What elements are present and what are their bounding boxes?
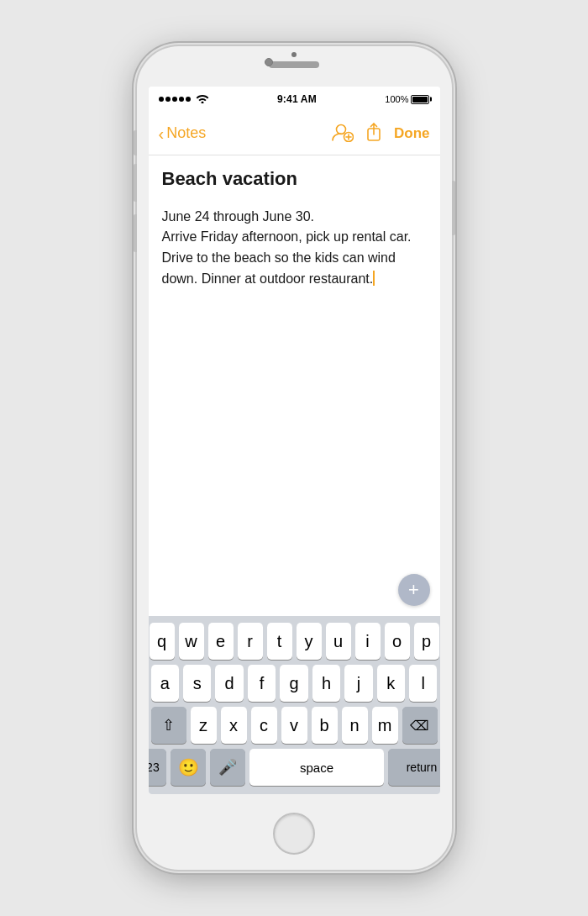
note-content-area[interactable]: Beach vacation June 24 through June 30. … xyxy=(149,155,440,616)
back-label: Notes xyxy=(166,124,206,142)
key-v[interactable]: v xyxy=(281,707,307,744)
key-f[interactable]: f xyxy=(248,665,276,702)
home-button[interactable] xyxy=(273,813,315,855)
keyboard-row-1: q w e r t y u i o p xyxy=(151,623,438,660)
nav-actions: Done xyxy=(330,122,430,145)
emoji-key[interactable]: 🙂 xyxy=(171,749,206,786)
numbers-key[interactable]: 123 xyxy=(149,749,167,786)
key-d[interactable]: d xyxy=(215,665,243,702)
navigation-bar: ‹ Notes xyxy=(149,112,440,155)
keyboard-row-4: 123 🙂 🎤 space return xyxy=(151,749,438,786)
signal-dot-5 xyxy=(186,97,191,102)
share-icon[interactable] xyxy=(365,122,382,145)
space-key[interactable]: space xyxy=(249,749,384,786)
status-left xyxy=(159,93,209,105)
signal-dot-4 xyxy=(179,97,184,102)
key-g[interactable]: g xyxy=(280,665,307,702)
key-p[interactable]: p xyxy=(414,623,439,660)
keyboard: q w e r t y u i o p a s d f g h j k xyxy=(149,616,440,794)
key-j[interactable]: j xyxy=(344,665,372,702)
phone-screen: 9:41 AM 100% ‹ Notes xyxy=(149,87,440,794)
mic-key[interactable]: 🎤 xyxy=(210,749,245,786)
key-i[interactable]: i xyxy=(355,623,381,660)
plus-icon: + xyxy=(408,579,419,601)
key-x[interactable]: x xyxy=(221,707,247,744)
keyboard-row-2: a s d f g h j k l xyxy=(151,665,438,702)
back-button[interactable]: ‹ Notes xyxy=(159,124,207,142)
done-button[interactable]: Done xyxy=(394,125,430,142)
note-title: Beach vacation xyxy=(162,167,427,192)
key-q[interactable]: q xyxy=(150,623,175,660)
status-right: 100% xyxy=(385,94,429,104)
text-cursor xyxy=(373,271,375,286)
key-r[interactable]: r xyxy=(238,623,263,660)
key-l[interactable]: l xyxy=(409,665,437,702)
key-w[interactable]: w xyxy=(179,623,204,660)
key-b[interactable]: b xyxy=(312,707,338,744)
key-c[interactable]: c xyxy=(251,707,277,744)
key-e[interactable]: e xyxy=(208,623,234,660)
signal-strength xyxy=(159,97,191,102)
key-t[interactable]: t xyxy=(267,623,292,660)
power-button[interactable] xyxy=(452,181,455,235)
signal-dot-1 xyxy=(159,97,164,102)
keyboard-row-3: ⇧ z x c v b n m ⌫ xyxy=(151,707,438,744)
key-z[interactable]: z xyxy=(191,707,217,744)
svg-point-0 xyxy=(337,124,346,134)
phone-frame: 9:41 AM 100% ‹ Notes xyxy=(137,46,452,870)
front-camera xyxy=(265,58,273,66)
note-body: June 24 through June 30. Arrive Friday a… xyxy=(162,207,427,290)
battery-fill xyxy=(412,97,428,103)
chevron-left-icon: ‹ xyxy=(159,125,165,142)
shift-key[interactable]: ⇧ xyxy=(151,707,186,744)
delete-key[interactable]: ⌫ xyxy=(402,707,438,744)
add-contact-icon[interactable] xyxy=(330,122,354,145)
battery-percent: 100% xyxy=(385,94,408,104)
key-a[interactable]: a xyxy=(151,665,179,702)
key-k[interactable]: k xyxy=(377,665,405,702)
key-n[interactable]: n xyxy=(342,707,368,744)
new-note-button[interactable]: + xyxy=(398,574,430,606)
status-time: 9:41 AM xyxy=(277,93,317,105)
mute-button[interactable] xyxy=(134,130,137,155)
key-u[interactable]: u xyxy=(326,623,351,660)
status-bar: 9:41 AM 100% xyxy=(149,87,440,112)
battery-icon xyxy=(411,95,429,104)
speaker-grille xyxy=(269,61,319,68)
key-o[interactable]: o xyxy=(385,623,410,660)
signal-dot-2 xyxy=(165,97,171,102)
key-h[interactable]: h xyxy=(312,665,340,702)
wifi-icon xyxy=(196,93,209,105)
front-camera-dot xyxy=(291,52,297,57)
signal-dot-3 xyxy=(172,97,177,102)
key-y[interactable]: y xyxy=(297,623,322,660)
volume-down-button[interactable] xyxy=(134,214,137,252)
return-key[interactable]: return xyxy=(388,749,440,786)
key-m[interactable]: m xyxy=(372,707,398,744)
key-s[interactable]: s xyxy=(183,665,211,702)
volume-up-button[interactable] xyxy=(134,164,137,202)
